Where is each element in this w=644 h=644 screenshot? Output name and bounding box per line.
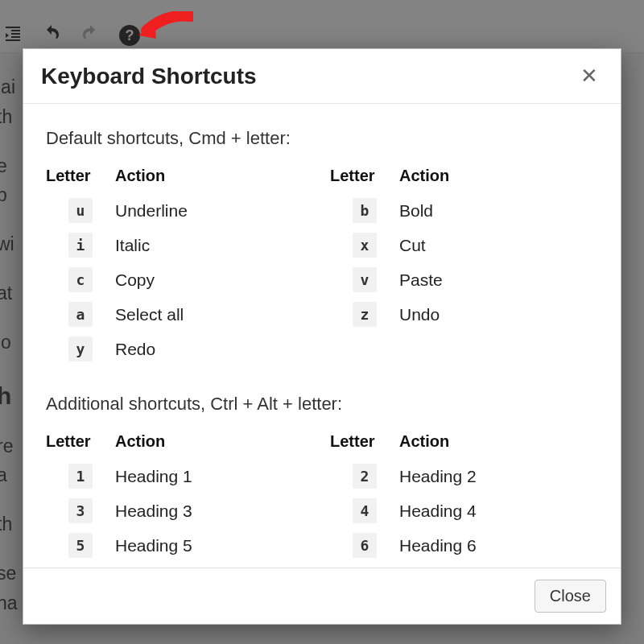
shortcut-row: zUndo — [330, 297, 598, 332]
shortcut-row: xCut — [330, 228, 598, 262]
shortcut-row: 5Heading 5 — [46, 528, 314, 563]
column-header-action: Action — [115, 167, 314, 185]
close-icon[interactable]: ✕ — [576, 60, 603, 92]
additional-shortcut-columns: Letter Action 1Heading 13Heading 35Headi… — [46, 432, 598, 563]
shortcut-action: Redo — [115, 340, 314, 359]
shortcut-action: Undo — [399, 305, 598, 324]
section-default-heading: Default shortcuts, Cmd + letter: — [46, 128, 598, 149]
shortcut-key: c — [68, 267, 93, 292]
shortcut-key: 1 — [68, 464, 93, 489]
shortcut-action: Paste — [399, 270, 598, 290]
shortcut-action: Heading 6 — [399, 536, 598, 555]
column-header-letter: Letter — [46, 432, 115, 451]
shortcut-row: 3Heading 3 — [46, 493, 314, 528]
shortcut-action: Bold — [399, 201, 598, 221]
shortcut-row: uUnderline — [46, 193, 314, 228]
additional-right-column: Letter Action 2Heading 24Heading 46Headi… — [330, 432, 598, 563]
shortcut-action: Heading 1 — [115, 467, 314, 486]
shortcut-row: bBold — [330, 193, 598, 228]
close-button[interactable]: Close — [535, 580, 606, 613]
shortcut-action: Cut — [399, 236, 598, 255]
default-shortcut-columns: Letter Action uUnderlineiItaliccCopyaSel… — [46, 167, 598, 366]
modal-footer: Close — [23, 568, 621, 624]
shortcut-key: z — [353, 302, 378, 327]
shortcut-key: 5 — [68, 533, 93, 558]
shortcut-key: u — [68, 198, 93, 223]
shortcut-action: Heading 5 — [115, 536, 314, 555]
column-header-action: Action — [399, 432, 598, 451]
shortcut-key: i — [68, 233, 93, 258]
keyboard-shortcuts-modal: Keyboard Shortcuts ✕ Default shortcuts, … — [23, 48, 621, 625]
shortcut-action: Heading 3 — [115, 502, 314, 521]
column-header-letter: Letter — [330, 432, 399, 451]
shortcut-action: Underline — [115, 201, 314, 221]
shortcut-row: 2Heading 2 — [330, 459, 598, 493]
shortcut-row: iItalic — [46, 228, 314, 262]
column-header-letter: Letter — [330, 167, 399, 185]
shortcut-key: 2 — [353, 464, 378, 489]
shortcut-action: Italic — [115, 236, 314, 255]
default-right-column: Letter Action bBoldxCutvPastezUndo — [330, 167, 598, 366]
shortcut-action: Heading 2 — [399, 467, 598, 486]
column-header-letter: Letter — [46, 167, 115, 185]
modal-title: Keyboard Shortcuts — [41, 64, 257, 89]
modal-body[interactable]: Default shortcuts, Cmd + letter: Letter … — [23, 104, 621, 568]
shortcut-key: x — [353, 233, 378, 258]
column-header-action: Action — [399, 167, 598, 185]
shortcut-action: Select all — [115, 305, 314, 324]
shortcut-key: 4 — [353, 498, 378, 523]
shortcut-row: 6Heading 6 — [330, 528, 598, 563]
shortcut-key: v — [353, 267, 378, 292]
shortcut-row: 4Heading 4 — [330, 493, 598, 528]
shortcut-key: b — [353, 198, 378, 223]
shortcut-key: 3 — [68, 498, 93, 523]
default-left-column: Letter Action uUnderlineiItaliccCopyaSel… — [46, 167, 314, 366]
shortcut-row: aSelect all — [46, 297, 314, 332]
shortcut-row: cCopy — [46, 262, 314, 297]
column-header-action: Action — [115, 432, 314, 451]
shortcut-key: a — [68, 302, 93, 327]
modal-header: Keyboard Shortcuts ✕ — [23, 49, 621, 104]
shortcut-action: Heading 4 — [399, 502, 598, 521]
shortcut-key: 6 — [353, 533, 378, 558]
shortcut-row: vPaste — [330, 262, 598, 297]
additional-left-column: Letter Action 1Heading 13Heading 35Headi… — [46, 432, 314, 563]
shortcut-action: Copy — [115, 270, 314, 290]
shortcut-key: y — [68, 336, 93, 361]
section-additional-heading: Additional shortcuts, Ctrl + Alt + lette… — [46, 394, 598, 415]
shortcut-row: yRedo — [46, 332, 314, 366]
shortcut-row: 1Heading 1 — [46, 459, 314, 493]
